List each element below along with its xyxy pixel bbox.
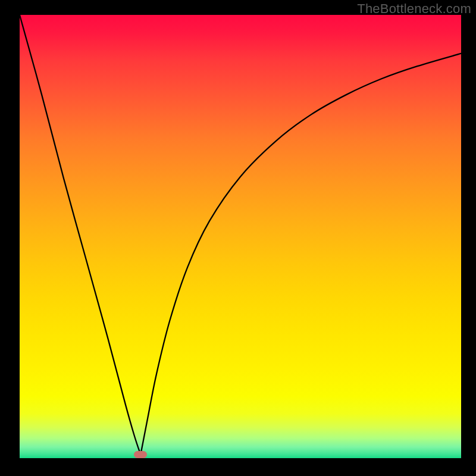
bottleneck-curve [20, 15, 461, 455]
curve-svg [20, 15, 461, 458]
optimal-point-marker [134, 451, 147, 458]
plot-area [20, 15, 461, 458]
watermark-text: TheBottleneck.com [357, 1, 471, 17]
chart-frame: TheBottleneck.com [0, 0, 476, 476]
